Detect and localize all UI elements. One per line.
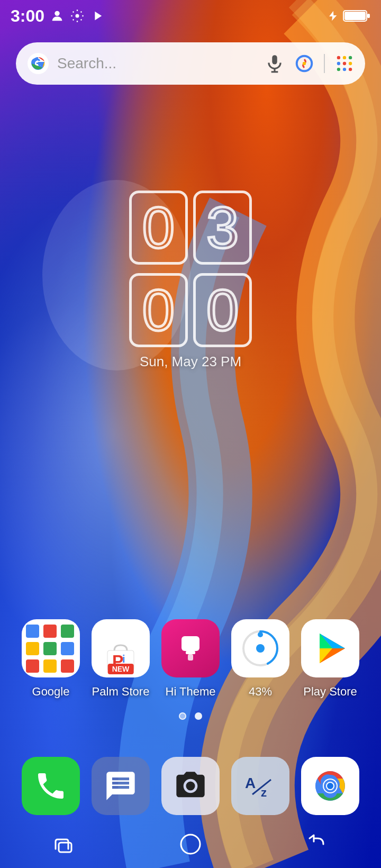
nav-back-button[interactable] <box>304 831 331 857</box>
dock: A z <box>0 757 381 815</box>
lens-icon[interactable] <box>294 53 314 74</box>
messages-icon[interactable] <box>92 757 150 815</box>
dock-phone[interactable] <box>22 757 80 815</box>
svg-point-16 <box>337 62 340 65</box>
apps-grid-icon[interactable] <box>334 53 355 74</box>
svg-text:A: A <box>245 775 256 791</box>
svg-point-2 <box>76 14 79 18</box>
camera-icon[interactable] <box>161 757 220 815</box>
svg-point-32 <box>256 644 265 653</box>
status-bar: 3:00 <box>0 0 381 32</box>
dictionary-icon[interactable]: A z <box>231 757 289 815</box>
google-logo: G <box>26 52 50 75</box>
svg-rect-4 <box>367 14 370 18</box>
svg-rect-29 <box>188 654 193 661</box>
dock-messages[interactable] <box>92 757 150 815</box>
page-indicators <box>0 712 381 720</box>
search-input[interactable]: Search... <box>57 55 257 72</box>
svg-rect-27 <box>182 636 199 651</box>
page-dot-1[interactable] <box>179 712 186 720</box>
dock-chrome[interactable] <box>301 757 359 815</box>
search-action-icons <box>265 53 355 74</box>
google-label: Google <box>32 685 70 699</box>
clock-minute-row: 0 0 <box>129 273 252 347</box>
microphone-icon[interactable] <box>265 53 285 74</box>
play-status-icon <box>90 8 105 23</box>
svg-text:i: i <box>122 653 125 665</box>
app-item-play-store[interactable]: Play Store <box>301 619 359 699</box>
play-store-label: Play Store <box>303 685 357 699</box>
svg-point-20 <box>343 68 346 71</box>
app-item-google[interactable]: Google <box>22 619 80 699</box>
battery-icon <box>343 8 370 23</box>
search-placeholder: Search... <box>57 55 116 72</box>
battery-label: 43% <box>249 685 272 699</box>
svg-point-15 <box>349 56 352 59</box>
svg-point-41 <box>327 783 333 789</box>
app-item-palm-store[interactable]: P i NEW Palm Store <box>92 619 150 699</box>
navigation-bar <box>0 820 381 868</box>
svg-point-19 <box>337 68 340 71</box>
clock-hour: 0 <box>129 191 188 265</box>
status-right-icons <box>327 8 370 23</box>
google-folder-icon[interactable] <box>22 619 80 677</box>
phone-icon[interactable] <box>22 757 80 815</box>
hi-theme-label: Hi Theme <box>166 685 216 699</box>
svg-rect-8 <box>272 55 277 64</box>
chrome-icon[interactable] <box>301 757 359 815</box>
app-item-battery[interactable]: 43% <box>231 619 289 699</box>
wallpaper-swirl <box>0 0 381 868</box>
page-dot-2[interactable] <box>195 712 202 720</box>
battery-app-icon[interactable] <box>231 619 289 677</box>
clock-hour-2: 3 <box>193 191 252 265</box>
svg-point-14 <box>343 56 346 59</box>
play-store-icon[interactable] <box>301 619 359 677</box>
clock-minute: 0 <box>129 273 188 347</box>
nav-recent-button[interactable] <box>50 831 77 857</box>
palm-store-label: Palm Store <box>92 685 150 699</box>
clock-widget: 0 3 0 0 Sun, May 23 PM <box>0 191 381 370</box>
hi-theme-icon[interactable] <box>161 619 220 677</box>
svg-point-1 <box>55 11 59 16</box>
clock-hour-row: 0 3 <box>129 191 252 265</box>
search-bar[interactable]: G Search... <box>16 42 365 85</box>
svg-point-13 <box>337 56 340 59</box>
status-time-area: 3:00 <box>11 6 105 26</box>
search-divider <box>324 54 325 73</box>
svg-point-33 <box>258 632 263 637</box>
svg-point-18 <box>349 62 352 65</box>
nav-home-button[interactable] <box>177 831 204 857</box>
svg-point-43 <box>181 835 200 854</box>
svg-rect-28 <box>186 651 195 654</box>
status-time: 3:00 <box>11 6 44 26</box>
app-grid-row: Google P i NEW Palm Store <box>0 619 381 699</box>
palm-store-icon[interactable]: P i NEW <box>92 619 150 677</box>
clock-date: Sun, May 23 PM <box>140 354 241 370</box>
svg-rect-42 <box>59 843 71 852</box>
charging-icon <box>327 8 339 23</box>
app-item-hi-theme[interactable]: Hi Theme <box>161 619 220 699</box>
dock-camera[interactable] <box>161 757 220 815</box>
svg-point-17 <box>343 62 346 65</box>
settings-status-icon <box>70 8 85 23</box>
dock-dictionary[interactable]: A z <box>231 757 289 815</box>
svg-point-21 <box>349 68 352 71</box>
clock-minute-2: 0 <box>193 273 252 347</box>
svg-rect-5 <box>344 12 366 20</box>
user-status-icon <box>50 8 65 23</box>
svg-point-12 <box>303 62 306 65</box>
